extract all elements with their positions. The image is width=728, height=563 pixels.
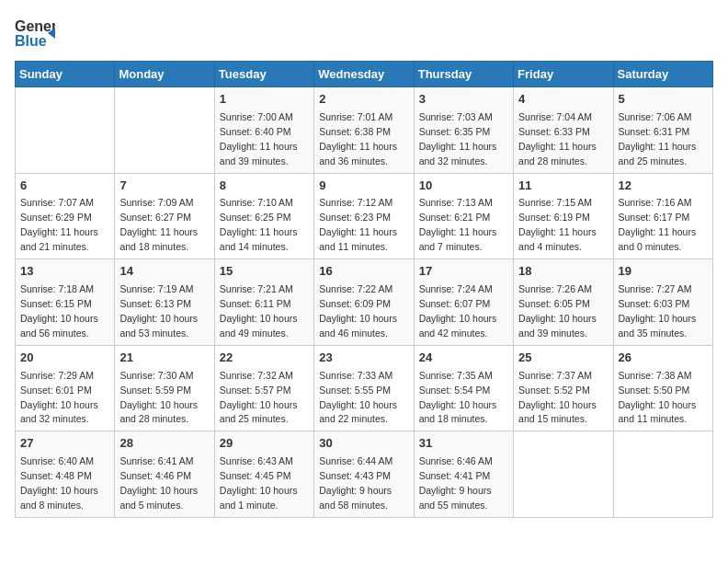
day-number: 27 [20, 435, 109, 453]
day-cell: 21Sunrise: 7:30 AMSunset: 5:59 PMDayligh… [115, 345, 214, 431]
day-cell: 11Sunrise: 7:15 AMSunset: 6:19 PMDayligh… [514, 173, 613, 259]
day-number: 22 [220, 350, 309, 367]
day-number: 2 [319, 91, 408, 109]
day-info: Sunrise: 6:44 AMSunset: 4:43 PMDaylight:… [319, 455, 392, 511]
day-number: 16 [319, 263, 408, 281]
weekday-header-saturday: Saturday [613, 62, 712, 87]
day-number: 30 [319, 435, 408, 453]
day-number: 1 [220, 91, 309, 109]
day-cell: 28Sunrise: 6:41 AMSunset: 4:46 PMDayligh… [115, 431, 214, 518]
weekday-header-wednesday: Wednesday [314, 62, 414, 87]
day-number: 5 [619, 91, 708, 109]
day-cell: 15Sunrise: 7:21 AMSunset: 6:11 PMDayligh… [214, 259, 313, 346]
svg-text:Blue: Blue [15, 33, 47, 49]
day-info: Sunrise: 7:18 AMSunset: 6:15 PMDaylight:… [20, 283, 98, 339]
day-info: Sunrise: 7:06 AMSunset: 6:31 PMDaylight:… [619, 111, 697, 167]
weekday-header-friday: Friday [514, 62, 613, 87]
day-info: Sunrise: 6:41 AMSunset: 4:46 PMDaylight:… [119, 455, 198, 511]
day-cell: 24Sunrise: 7:35 AMSunset: 5:54 PMDayligh… [414, 345, 513, 431]
day-info: Sunrise: 6:46 AMSunset: 4:41 PMDaylight:… [419, 455, 493, 511]
day-info: Sunrise: 7:19 AMSunset: 6:13 PMDaylight:… [119, 283, 198, 339]
day-info: Sunrise: 7:01 AMSunset: 6:38 PMDaylight:… [319, 111, 397, 167]
day-info: Sunrise: 7:21 AMSunset: 6:11 PMDaylight:… [220, 283, 298, 339]
day-info: Sunrise: 7:24 AMSunset: 6:07 PMDaylight:… [419, 283, 497, 339]
day-cell: 5Sunrise: 7:06 AMSunset: 6:31 PMDaylight… [613, 87, 712, 174]
logo-icon: General Blue [15, 15, 55, 50]
calendar-body: 1Sunrise: 7:00 AMSunset: 6:40 PMDaylight… [16, 87, 713, 518]
day-cell: 3Sunrise: 7:03 AMSunset: 6:35 PMDaylight… [414, 87, 513, 174]
day-number: 8 [220, 178, 309, 195]
weekday-header-tuesday: Tuesday [214, 62, 313, 87]
day-cell [115, 87, 214, 174]
day-number: 4 [518, 91, 608, 109]
weekday-header-thursday: Thursday [414, 62, 513, 87]
day-cell: 6Sunrise: 7:07 AMSunset: 6:29 PMDaylight… [16, 173, 115, 259]
day-info: Sunrise: 7:27 AMSunset: 6:03 PMDaylight:… [619, 283, 697, 339]
day-number: 9 [319, 178, 408, 195]
day-info: Sunrise: 7:32 AMSunset: 5:57 PMDaylight:… [220, 370, 298, 425]
day-cell: 10Sunrise: 7:13 AMSunset: 6:21 PMDayligh… [414, 173, 513, 259]
day-cell: 22Sunrise: 7:32 AMSunset: 5:57 PMDayligh… [214, 345, 313, 431]
day-info: Sunrise: 7:15 AMSunset: 6:19 PMDaylight:… [518, 197, 597, 252]
day-cell: 31Sunrise: 6:46 AMSunset: 4:41 PMDayligh… [414, 431, 513, 518]
day-cell: 9Sunrise: 7:12 AMSunset: 6:23 PMDaylight… [314, 173, 414, 259]
day-cell: 26Sunrise: 7:38 AMSunset: 5:50 PMDayligh… [613, 345, 712, 431]
day-info: Sunrise: 7:07 AMSunset: 6:29 PMDaylight:… [20, 197, 98, 252]
day-cell: 16Sunrise: 7:22 AMSunset: 6:09 PMDayligh… [314, 259, 414, 346]
day-number: 6 [20, 178, 109, 195]
day-number: 21 [119, 350, 209, 367]
week-row-1: 1Sunrise: 7:00 AMSunset: 6:40 PMDaylight… [16, 87, 713, 174]
day-cell [16, 87, 115, 174]
day-cell: 1Sunrise: 7:00 AMSunset: 6:40 PMDaylight… [214, 87, 313, 174]
day-number: 28 [119, 435, 209, 453]
day-info: Sunrise: 7:30 AMSunset: 5:59 PMDaylight:… [119, 370, 198, 425]
day-number: 3 [419, 91, 508, 109]
day-info: Sunrise: 7:12 AMSunset: 6:23 PMDaylight:… [319, 197, 397, 252]
day-cell: 17Sunrise: 7:24 AMSunset: 6:07 PMDayligh… [414, 259, 513, 346]
day-number: 20 [20, 350, 109, 367]
day-cell: 20Sunrise: 7:29 AMSunset: 6:01 PMDayligh… [16, 345, 115, 431]
day-number: 19 [619, 263, 708, 281]
day-cell [514, 431, 613, 518]
day-cell: 27Sunrise: 6:40 AMSunset: 4:48 PMDayligh… [16, 431, 115, 518]
day-cell: 8Sunrise: 7:10 AMSunset: 6:25 PMDaylight… [214, 173, 313, 259]
svg-text:General: General [15, 18, 55, 34]
day-number: 11 [518, 178, 608, 195]
day-number: 15 [220, 263, 309, 281]
day-cell: 30Sunrise: 6:44 AMSunset: 4:43 PMDayligh… [314, 431, 414, 518]
day-number: 23 [319, 350, 408, 367]
day-number: 12 [619, 178, 708, 195]
day-cell [613, 431, 712, 518]
day-number: 17 [419, 263, 508, 281]
week-row-4: 20Sunrise: 7:29 AMSunset: 6:01 PMDayligh… [16, 345, 713, 431]
day-info: Sunrise: 7:10 AMSunset: 6:25 PMDaylight:… [220, 197, 298, 252]
day-info: Sunrise: 7:33 AMSunset: 5:55 PMDaylight:… [319, 370, 397, 425]
day-number: 14 [119, 263, 209, 281]
page-header: General Blue [15, 15, 713, 50]
week-row-2: 6Sunrise: 7:07 AMSunset: 6:29 PMDaylight… [16, 173, 713, 259]
day-number: 10 [419, 178, 508, 195]
week-row-5: 27Sunrise: 6:40 AMSunset: 4:48 PMDayligh… [16, 431, 713, 518]
day-number: 29 [220, 435, 309, 453]
day-cell: 12Sunrise: 7:16 AMSunset: 6:17 PMDayligh… [613, 173, 712, 259]
day-info: Sunrise: 7:26 AMSunset: 6:05 PMDaylight:… [518, 283, 597, 339]
day-number: 18 [518, 263, 608, 281]
day-cell: 18Sunrise: 7:26 AMSunset: 6:05 PMDayligh… [514, 259, 613, 346]
day-info: Sunrise: 7:35 AMSunset: 5:54 PMDaylight:… [419, 370, 497, 425]
day-number: 25 [518, 350, 608, 367]
day-cell: 23Sunrise: 7:33 AMSunset: 5:55 PMDayligh… [314, 345, 414, 431]
day-info: Sunrise: 7:13 AMSunset: 6:21 PMDaylight:… [419, 197, 497, 252]
logo: General Blue [15, 15, 55, 50]
day-info: Sunrise: 7:04 AMSunset: 6:33 PMDaylight:… [518, 111, 597, 167]
weekday-header-monday: Monday [115, 62, 214, 87]
day-cell: 13Sunrise: 7:18 AMSunset: 6:15 PMDayligh… [16, 259, 115, 346]
weekday-header-row: SundayMondayTuesdayWednesdayThursdayFrid… [16, 62, 713, 87]
day-info: Sunrise: 7:00 AMSunset: 6:40 PMDaylight:… [220, 111, 298, 167]
day-info: Sunrise: 7:16 AMSunset: 6:17 PMDaylight:… [619, 197, 697, 252]
day-number: 13 [20, 263, 109, 281]
day-info: Sunrise: 6:40 AMSunset: 4:48 PMDaylight:… [20, 455, 98, 511]
day-number: 24 [419, 350, 508, 367]
day-info: Sunrise: 7:03 AMSunset: 6:35 PMDaylight:… [419, 111, 497, 167]
day-cell: 29Sunrise: 6:43 AMSunset: 4:45 PMDayligh… [214, 431, 313, 518]
day-cell: 25Sunrise: 7:37 AMSunset: 5:52 PMDayligh… [514, 345, 613, 431]
